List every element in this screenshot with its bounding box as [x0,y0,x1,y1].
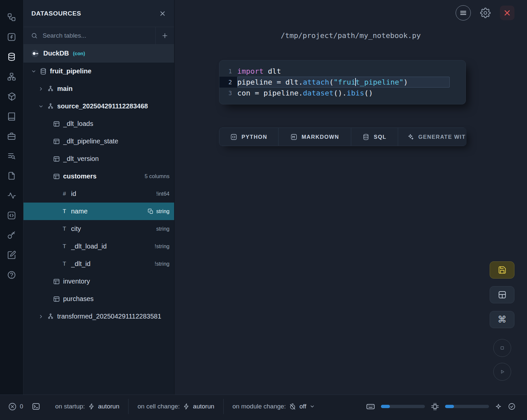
toolbox-icon[interactable] [7,132,16,141]
tree-row-table-customers[interactable]: customers 5 columns [23,168,174,185]
text-column-icon: T [60,261,68,267]
chevron-down-icon [310,404,315,409]
error-circle-icon [8,402,17,411]
search-input[interactable] [43,32,155,39]
sparkles-icon [407,133,414,140]
package-icon[interactable] [7,92,16,101]
connection-row[interactable]: DuckDB (con) [23,45,174,62]
text-column-icon: T [60,243,68,250]
activity-bar [0,0,23,395]
schema-icon [47,85,55,93]
code-line[interactable]: 3 con = pipeline.dataset().ibis() [219,88,466,98]
tree-row-database-fruit-pipeline[interactable]: fruit_pipeline [23,62,174,80]
key-icon[interactable] [7,231,16,240]
menu-icon[interactable] [456,5,471,20]
tree-row-schema-source[interactable]: source_202504291112283468 [23,97,174,115]
code-text[interactable]: con = pipeline.dataset().ibis() [237,88,466,98]
book-icon[interactable] [7,112,16,121]
database-icon[interactable] [7,52,16,61]
tree-row-table-purchases[interactable]: purchases [23,290,174,308]
chevron-down-icon[interactable] [31,69,37,74]
edit-square-icon[interactable] [7,250,16,260]
tree-label: purchases [63,295,169,303]
panel-title: DATASOURCES [31,10,159,17]
settings-gear-icon[interactable] [480,7,491,19]
code-text[interactable]: pipeline = dlt.attach("fruit_pipeline") [237,77,450,88]
list-search-icon[interactable] [7,151,16,161]
keyboard-slider[interactable] [381,405,425,408]
copy-icon[interactable] [148,209,154,214]
text-column-icon: T [60,208,68,215]
top-actions [456,5,514,20]
tree-label: customers [63,172,142,180]
on-cell-change-setting[interactable]: on cell change: autorun [128,399,223,414]
close-panel-icon[interactable] [159,10,166,17]
tree-row-schema-transformed[interactable]: transformed_202504291112283581 [23,308,174,325]
error-indicator[interactable]: 0 [8,402,23,411]
check-circle-icon[interactable] [508,402,516,410]
code-cell[interactable]: 1 import dlt 2 pipeline = dlt.attach("fr… [219,60,466,104]
tree-row-column-city[interactable]: T city string [23,220,174,238]
tree-row-table-dlt-loads[interactable]: _dlt_loads [23,115,174,133]
zap-icon [183,403,190,410]
add-markdown-cell-button[interactable]: MARKDOWN [279,128,351,146]
code-text[interactable]: import dlt [237,66,466,77]
setting-label: on cell change: [137,403,180,410]
tree-row-schema-main[interactable]: main [23,80,174,97]
tree-row-table-inventory[interactable]: inventory [23,273,174,290]
on-startup-setting[interactable]: on startup: autorun [46,399,128,414]
code-square-icon [230,134,237,140]
setting-label: on module change: [233,403,286,410]
on-module-change-setting[interactable]: on module change: off [223,399,324,414]
code-line-active[interactable]: 2 pipeline = dlt.attach("fruit_pipeline"… [219,77,466,88]
terminal-icon[interactable] [32,402,40,411]
sparkle-icon[interactable] [495,403,502,410]
chevron-down-icon[interactable] [38,104,44,109]
tree-row-table-dlt-pipeline-state[interactable]: _dlt_pipeline_state [23,133,174,150]
generate-with-ai-button[interactable]: GENERATE WIT [398,128,467,146]
run-button[interactable] [493,363,511,381]
help-icon[interactable] [7,270,16,280]
tree-label: city [71,225,154,233]
line-number: 1 [219,66,237,77]
line-number: 3 [219,88,237,98]
tree-row-column-name[interactable]: T name string [23,203,174,220]
table-icon [53,120,60,128]
interrupt-button[interactable] [493,339,511,357]
setting-value: autorun [193,403,214,410]
database-icon [362,134,369,140]
tree-label: _dlt_version [63,155,169,163]
layout-toggle-button[interactable] [490,286,514,303]
activity-icon[interactable] [7,191,16,200]
tree-row-column-dlt-id[interactable]: T _dlt_id !string [23,255,174,273]
app-window: DATASOURCES DuckDB (con) fruit_pipeline … [0,0,527,420]
code-line[interactable]: 1 import dlt [219,66,466,77]
chevron-right-icon[interactable] [38,86,44,92]
tree-row-column-id[interactable]: # id !int64 [23,185,174,203]
slider-thumb[interactable] [445,405,454,408]
save-button[interactable] [490,261,514,279]
markdown-icon [290,134,297,140]
schema-icon [47,103,55,110]
code-square-icon[interactable] [7,211,16,220]
add-connection-button[interactable] [155,27,174,44]
slider-thumb[interactable] [381,405,390,408]
chip-slider[interactable] [445,405,489,408]
tree-icon[interactable] [7,13,16,22]
add-sql-cell-button[interactable]: SQL [351,128,398,146]
command-palette-button[interactable]: ⌘ [490,311,514,328]
function-icon[interactable] [7,32,16,42]
tree-row-table-dlt-version[interactable]: _dlt_version [23,150,174,168]
keyboard-icon [366,402,375,411]
column-type: !int64 [156,191,169,197]
notebook-filepath[interactable]: /tmp/project/path/my_notebook.py [174,31,527,40]
tree-row-column-dlt-load-id[interactable]: T _dlt_load_id !string [23,238,174,255]
file-icon[interactable] [7,171,16,180]
hierarchy-icon[interactable] [7,72,16,81]
add-python-cell-button[interactable]: PYTHON [219,128,279,146]
close-icon[interactable] [500,6,514,20]
column-type: !string [155,243,169,249]
tree-label: source_202504291112283468 [57,102,169,110]
editor-area: /tmp/project/path/my_notebook.py 1 impor… [174,0,527,395]
chevron-right-icon[interactable] [38,314,44,319]
